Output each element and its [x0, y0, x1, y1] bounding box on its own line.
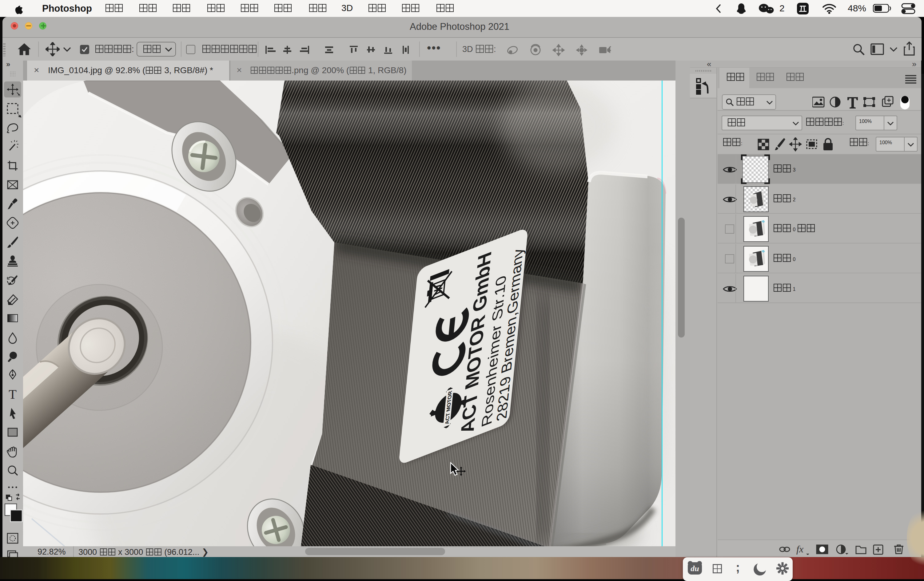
svg-text:T: T	[8, 387, 16, 402]
svg-text:du: du	[691, 564, 699, 573]
svg-text:fx: fx	[796, 544, 804, 555]
svg-text:»: »	[6, 61, 10, 68]
